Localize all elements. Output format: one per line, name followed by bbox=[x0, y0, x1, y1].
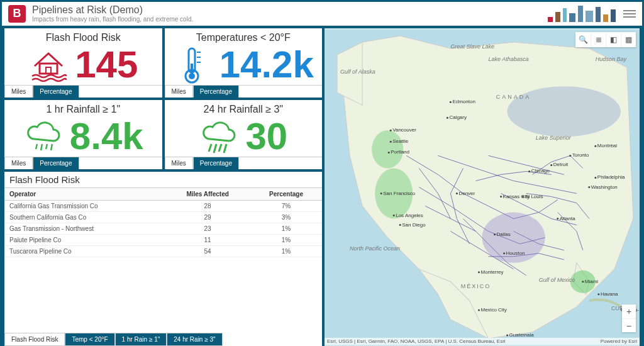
svg-point-82 bbox=[478, 271, 480, 273]
col-operator[interactable]: Operator bbox=[4, 188, 165, 201]
map-toolbar: 🔍 ≣ ◧ ▦ bbox=[575, 32, 636, 47]
tab-percentage[interactable]: Percentage bbox=[33, 86, 79, 98]
map-panel[interactable]: CANADA MÉXICO CUBA North Pacific Ocean G… bbox=[325, 28, 640, 346]
svg-text:Atlanta: Atlanta bbox=[560, 216, 575, 221]
tab-miles[interactable]: Miles bbox=[165, 86, 193, 98]
heavy-rain-cloud-icon bbox=[199, 116, 239, 157]
svg-line-21 bbox=[51, 144, 52, 150]
risk-table-panel: Flash Flood Risk Operator Miles Affected… bbox=[4, 172, 322, 346]
svg-text:Calgary: Calgary bbox=[449, 114, 467, 120]
svg-text:Washington: Washington bbox=[591, 184, 618, 190]
tab-miles[interactable]: Miles bbox=[165, 157, 193, 169]
svg-point-68 bbox=[550, 164, 552, 166]
svg-point-54 bbox=[450, 101, 452, 103]
svg-line-18 bbox=[36, 144, 37, 149]
svg-text:Mexico City: Mexico City bbox=[480, 307, 506, 313]
svg-text:CANADA: CANADA bbox=[496, 94, 531, 100]
tab-temp[interactable]: Temp < 20°F bbox=[65, 333, 114, 346]
table-row[interactable]: Southern California Gas Co293% bbox=[4, 212, 322, 223]
temperature-card: Temperatures < 20°F 14.2k bbox=[165, 28, 323, 98]
col-percentage[interactable]: Percentage bbox=[250, 188, 322, 201]
page-subtitle: Impacts from heavy rain, flash flooding,… bbox=[32, 16, 193, 23]
svg-rect-9 bbox=[40, 64, 57, 74]
svg-rect-8 bbox=[611, 9, 616, 22]
svg-point-52 bbox=[399, 224, 401, 226]
map-attribution: Esri, USGS | Esri, Garmin, FAO, NOAA, US… bbox=[325, 338, 640, 345]
svg-text:Monterrey: Monterrey bbox=[480, 269, 503, 275]
tab-miles[interactable]: Miles bbox=[4, 157, 33, 169]
app-logo: B bbox=[8, 5, 26, 23]
rain-1hr-card: 1 hr Rainfall ≥ 1" 8.4k Miles bbox=[4, 100, 162, 169]
header: B Pipelines at Risk (Demo) Impacts from … bbox=[2, 2, 642, 26]
svg-text:Vancouver: Vancouver bbox=[392, 127, 416, 133]
svg-text:Seattle: Seattle bbox=[392, 138, 408, 144]
rain-24hr-card: 24 hr Rainfall ≥ 3" 30 Miles P bbox=[165, 100, 323, 169]
basemap-icon[interactable]: ▦ bbox=[621, 32, 636, 47]
svg-line-19 bbox=[41, 144, 42, 150]
legend-icon[interactable]: ≣ bbox=[591, 32, 606, 47]
svg-text:Great Slave Lake: Great Slave Lake bbox=[450, 43, 494, 50]
tab-flash-flood[interactable]: Flash Flood Risk bbox=[4, 333, 65, 346]
search-icon[interactable]: 🔍 bbox=[575, 32, 591, 47]
skyline-graphic bbox=[548, 3, 617, 23]
svg-text:Philadelphia: Philadelphia bbox=[597, 174, 625, 180]
svg-point-66 bbox=[528, 170, 530, 172]
svg-rect-4 bbox=[578, 6, 583, 22]
svg-point-80 bbox=[594, 177, 596, 179]
svg-text:Guatemala: Guatemala bbox=[509, 332, 535, 338]
flash-flood-card: Flash Flood Risk 145 Miles Per bbox=[4, 28, 162, 98]
risk-table: Operator Miles Affected Percentage Calif… bbox=[4, 187, 322, 257]
card-title: 24 hr Rainfall ≥ 3" bbox=[165, 100, 323, 116]
svg-rect-6 bbox=[596, 7, 601, 22]
tab-miles[interactable]: Miles bbox=[4, 86, 33, 98]
svg-line-22 bbox=[209, 144, 211, 152]
svg-line-24 bbox=[219, 144, 221, 152]
tab-1hr-rain[interactable]: 1 hr Rain ≥ 1" bbox=[115, 333, 167, 346]
zoom-in-button[interactable]: + bbox=[622, 304, 636, 318]
svg-line-25 bbox=[224, 144, 226, 153]
map-canvas[interactable]: CANADA MÉXICO CUBA North Pacific Ocean G… bbox=[325, 28, 640, 346]
svg-text:San Diego: San Diego bbox=[402, 222, 426, 228]
svg-point-74 bbox=[522, 196, 524, 198]
svg-text:Gulf of Alaska: Gulf of Alaska bbox=[340, 69, 375, 75]
tab-percentage[interactable]: Percentage bbox=[193, 86, 239, 98]
card-title: Temperatures < 20°F bbox=[165, 28, 323, 45]
menu-icon[interactable] bbox=[623, 10, 636, 18]
svg-rect-2 bbox=[563, 8, 567, 22]
svg-text:Dallas: Dallas bbox=[497, 232, 511, 237]
tab-24hr-rain[interactable]: 24 hr Rain ≥ 3" bbox=[167, 333, 222, 346]
layers-icon[interactable]: ◧ bbox=[606, 32, 621, 47]
svg-point-44 bbox=[390, 141, 392, 143]
svg-rect-3 bbox=[569, 13, 575, 22]
svg-point-56 bbox=[447, 117, 448, 119]
svg-text:Lake Superior: Lake Superior bbox=[536, 135, 572, 141]
svg-point-60 bbox=[500, 196, 502, 198]
tab-percentage[interactable]: Percentage bbox=[193, 157, 239, 169]
svg-point-50 bbox=[393, 215, 395, 216]
table-row[interactable]: Tuscarora Pipeline Co541% bbox=[4, 246, 322, 257]
tab-percentage[interactable]: Percentage bbox=[33, 157, 79, 169]
svg-text:Toronto: Toronto bbox=[572, 152, 589, 158]
zoom-out-button[interactable]: − bbox=[622, 318, 636, 332]
svg-rect-1 bbox=[555, 12, 560, 22]
svg-rect-7 bbox=[603, 14, 608, 22]
svg-point-84 bbox=[478, 309, 480, 311]
svg-rect-5 bbox=[586, 11, 593, 22]
table-row[interactable]: Paiute Pipeline Co111% bbox=[4, 235, 322, 246]
table-row[interactable]: Gas Transmission - Northwest231% bbox=[4, 223, 322, 235]
svg-point-48 bbox=[380, 193, 382, 194]
stat-value: 8.4k bbox=[70, 118, 143, 155]
page-title: Pipelines at Risk (Demo) bbox=[32, 4, 193, 16]
svg-text:Houston: Houston bbox=[506, 250, 525, 256]
table-row[interactable]: California Gas Transmission Co287% bbox=[4, 201, 322, 212]
card-title: 1 hr Rainfall ≥ 1" bbox=[4, 100, 162, 116]
svg-text:Gulf of Mexico: Gulf of Mexico bbox=[539, 277, 575, 283]
stat-value: 30 bbox=[245, 118, 287, 155]
col-miles[interactable]: Miles Affected bbox=[165, 188, 250, 201]
thermometer-icon bbox=[173, 45, 213, 85]
zoom-control: + − bbox=[622, 304, 636, 332]
svg-text:Detroit: Detroit bbox=[553, 162, 569, 167]
svg-point-88 bbox=[582, 281, 584, 282]
svg-point-42 bbox=[390, 130, 392, 131]
svg-text:Los Angeles: Los Angeles bbox=[396, 213, 423, 218]
